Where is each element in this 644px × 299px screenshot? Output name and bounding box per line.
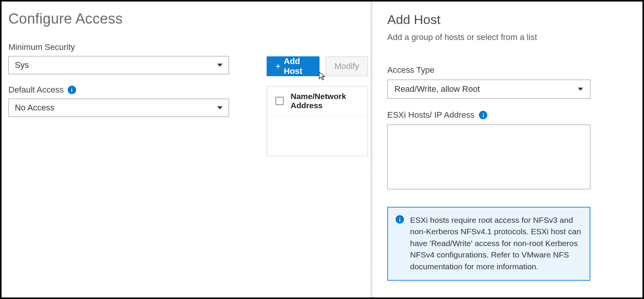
panel-title: Add Host: [387, 12, 629, 27]
min-security-label: Minimum Security: [8, 42, 364, 52]
hosts-table-header-row: Name/Network Address: [267, 86, 367, 116]
access-type-label-text: Access Type: [387, 65, 434, 75]
info-icon[interactable]: [479, 111, 487, 119]
access-type-select[interactable]: Read/Write, allow Root: [387, 80, 590, 99]
default-access-label-text: Default Access: [8, 85, 64, 95]
add-host-button[interactable]: + Add Host: [267, 56, 320, 76]
info-panel: ESXi hosts require root access for NFSv3…: [387, 207, 590, 281]
info-panel-text: ESXi hosts require root access for NFSv3…: [410, 214, 582, 272]
min-security-value: Sys: [15, 60, 29, 70]
info-icon: [396, 215, 404, 224]
column-header-name: Name/Network Address: [291, 92, 359, 110]
chevron-down-icon: [578, 88, 583, 91]
modify-button-label: Modify: [334, 61, 359, 71]
esxi-hosts-label-text: ESXi Hosts/ IP Address: [387, 110, 474, 120]
access-type-value: Read/Write, allow Root: [394, 84, 480, 94]
modify-button: Modify: [326, 56, 368, 76]
access-type-label: Access Type: [387, 65, 629, 75]
page-title: Configure Access: [8, 11, 364, 27]
info-icon[interactable]: [68, 86, 76, 94]
panel-subtitle: Add a group of hosts or select from a li…: [387, 32, 629, 42]
default-access-select[interactable]: No Access: [8, 99, 229, 117]
add-host-button-label: Add Host: [284, 56, 311, 76]
select-all-checkbox[interactable]: [275, 97, 284, 105]
min-security-select[interactable]: Sys: [8, 56, 229, 74]
chevron-down-icon: [217, 106, 223, 109]
hosts-table: Name/Network Address: [267, 86, 368, 156]
default-access-value: No Access: [15, 103, 54, 113]
esxi-hosts-label: ESXi Hosts/ IP Address: [387, 110, 629, 120]
plus-icon: +: [275, 61, 281, 72]
esxi-hosts-input[interactable]: [387, 125, 590, 189]
chevron-down-icon: [217, 64, 223, 67]
min-security-label-text: Minimum Security: [8, 42, 75, 52]
